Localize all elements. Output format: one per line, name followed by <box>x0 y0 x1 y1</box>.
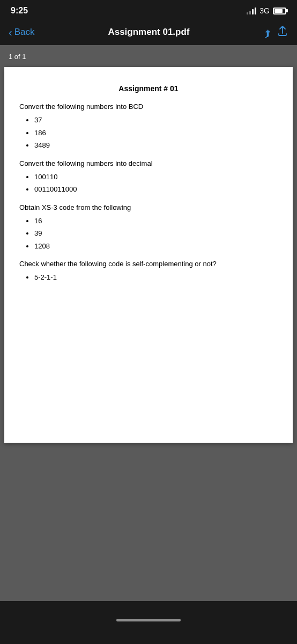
network-label: 3G <box>259 6 270 15</box>
list-item: 37 <box>34 115 278 126</box>
bottom-area <box>0 601 297 644</box>
section-heading-4: Check whether the following code is self… <box>19 260 278 268</box>
pdf-title: Assignment # 01 <box>19 84 278 93</box>
section-list-4: 5-2-1-1 <box>34 272 278 283</box>
status-icons: 3G <box>247 6 286 15</box>
battery-icon <box>273 8 286 14</box>
chevron-left-icon: ‹ <box>9 27 12 38</box>
home-indicator <box>116 619 181 621</box>
list-item: 5-2-1-1 <box>34 272 278 283</box>
section-list-1: 37 186 3489 <box>34 115 278 151</box>
section-heading-2: Convert the following numbers into decim… <box>19 159 278 167</box>
list-item: 186 <box>34 128 278 138</box>
section-heading-3: Obtain XS-3 code from the following <box>19 203 278 211</box>
status-time: 9:25 <box>11 6 28 16</box>
list-item: 1208 <box>34 241 278 252</box>
list-item: 16 <box>34 216 278 226</box>
nav-title: Assignment 01.pdf <box>34 27 263 38</box>
section-list-3: 16 39 1208 <box>34 216 278 252</box>
share-icon[interactable]: ⮭ <box>263 25 288 40</box>
back-label: Back <box>14 27 35 38</box>
status-bar: 9:25 3G <box>0 0 297 19</box>
signal-icon <box>247 7 256 14</box>
nav-bar: ‹ Back Assignment 01.pdf ⮭ <box>0 19 297 45</box>
back-button[interactable]: ‹ Back <box>9 27 34 38</box>
pdf-page: Assignment # 01 Convert the following nu… <box>4 67 293 443</box>
section-list-2: 100110 00110011000 <box>34 172 278 195</box>
pdf-viewer: 1 of 1 Assignment # 01 Convert the follo… <box>0 45 297 601</box>
list-item: 100110 <box>34 172 278 182</box>
list-item: 3489 <box>34 140 278 151</box>
list-item: 00110011000 <box>34 184 278 195</box>
list-item: 39 <box>34 228 278 239</box>
page-indicator: 1 of 1 <box>4 50 31 63</box>
section-heading-1: Convert the following numbers into BCD <box>19 103 278 111</box>
